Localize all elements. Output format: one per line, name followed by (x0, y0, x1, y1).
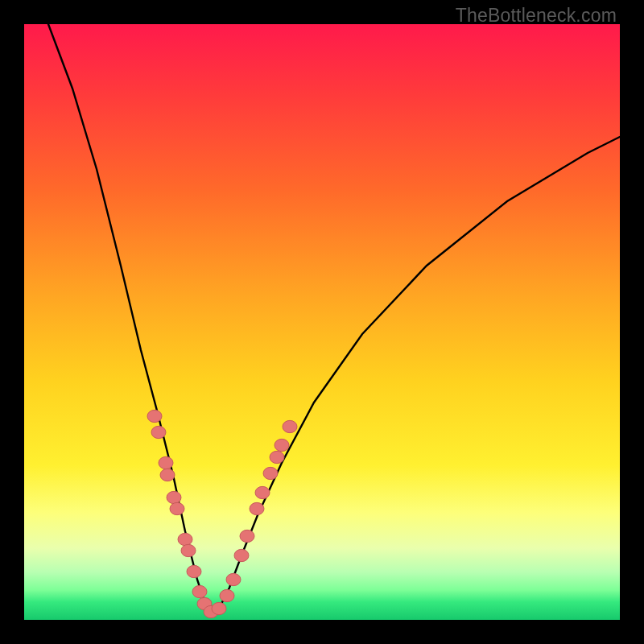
curve-svg (24, 24, 620, 620)
data-point (167, 491, 181, 503)
data-point (283, 420, 297, 432)
data-point (187, 565, 201, 577)
data-point (220, 589, 234, 601)
data-point (192, 585, 207, 597)
data-point (147, 410, 162, 422)
data-point (178, 533, 192, 545)
data-point (240, 530, 254, 542)
data-point (212, 602, 226, 614)
data-point (181, 544, 196, 556)
data-point (151, 426, 166, 438)
plot-area (24, 24, 620, 620)
data-point (159, 456, 173, 469)
data-point (275, 439, 289, 451)
data-point (226, 573, 241, 585)
data-points-group (147, 410, 297, 617)
bottleneck-curve (48, 24, 620, 612)
data-point (234, 549, 249, 561)
data-point (250, 502, 264, 514)
data-point (263, 467, 278, 479)
data-point (255, 486, 270, 498)
data-point (160, 469, 175, 481)
chart-frame: TheBottleneck.com (0, 0, 644, 644)
data-point (170, 502, 184, 514)
data-point (270, 451, 284, 463)
watermark-text: TheBottleneck.com (456, 5, 617, 27)
